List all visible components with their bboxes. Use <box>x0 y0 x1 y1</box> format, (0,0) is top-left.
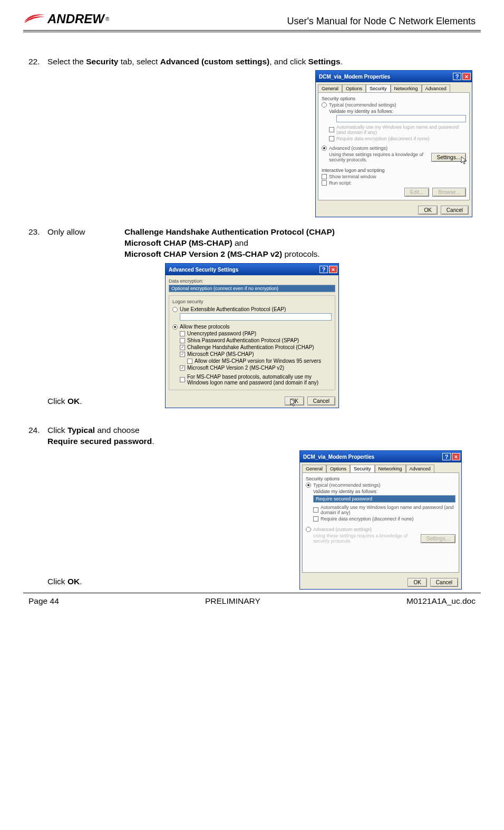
help-icon[interactable]: ? <box>442 453 451 460</box>
trademark-icon: ® <box>105 16 109 22</box>
step-24: 24. Click Typical and choose Require sec… <box>28 425 476 447</box>
page-footer: Page 44 PRELIMINARY M0121A1A_uc.doc <box>23 593 481 606</box>
only-allow-label: Only allow <box>47 227 124 260</box>
checkbox-icon[interactable] <box>322 180 327 186</box>
eap-dropdown[interactable] <box>180 313 332 321</box>
properties-dialog-typical-screenshot: DCM_via_Modem Properties ? × General Opt… <box>299 450 462 590</box>
cursor-icon <box>461 156 468 167</box>
tab-advanced[interactable]: Advanced <box>422 84 450 92</box>
checkbox-icon[interactable]: ✓ <box>180 365 185 371</box>
click-ok-text: Click OK. <box>47 397 82 406</box>
radio-icon[interactable] <box>306 527 311 532</box>
radio-icon[interactable] <box>322 102 327 108</box>
divider <box>23 30 481 31</box>
properties-dialog-screenshot: DCM_via_Modem Properties ? × General Opt… <box>315 70 472 217</box>
tab-security[interactable]: Security <box>366 84 391 92</box>
click-ok-text: Click OK. <box>47 577 82 586</box>
tab-options[interactable]: Options <box>342 84 366 92</box>
checkbox-icon[interactable] <box>313 516 318 522</box>
checkbox-icon[interactable] <box>322 174 327 179</box>
checkbox-icon[interactable] <box>329 136 334 141</box>
ok-button[interactable]: OK <box>418 206 437 215</box>
validate-label: Validate my identity as follows: <box>329 109 466 114</box>
checkbox-icon[interactable] <box>180 377 185 382</box>
dialog-titlebar: DCM_via_Modem Properties ? × <box>316 71 472 82</box>
interactive-logon-label: Interactive logon and scripting <box>322 168 466 173</box>
checkbox-icon[interactable] <box>329 127 334 132</box>
step-23: 23. Only allow Challenge Handshake Authe… <box>28 227 476 260</box>
close-icon[interactable]: × <box>452 453 460 460</box>
help-icon[interactable]: ? <box>319 266 328 273</box>
typical-radio-row[interactable]: Typical (recommended settings) <box>322 102 466 108</box>
cancel-button[interactable]: Cancel <box>307 397 335 406</box>
radio-icon[interactable] <box>322 146 327 151</box>
validate-dropdown[interactable]: Require secured password <box>313 495 455 503</box>
step-number: 23. <box>28 227 47 260</box>
allow-protocols-radio-row[interactable]: Allow these protocols <box>172 324 332 330</box>
checkbox-icon[interactable] <box>187 359 192 364</box>
radio-icon[interactable] <box>172 307 178 312</box>
close-icon[interactable]: × <box>329 266 337 273</box>
ok-button[interactable]: OK <box>408 578 427 587</box>
swoosh-icon <box>23 12 46 26</box>
radio-icon[interactable] <box>306 482 311 488</box>
footer-page: Page 44 <box>28 596 59 606</box>
checkbox-icon[interactable]: ✓ <box>180 352 185 357</box>
dialog-tabs: General Options Security Networking Adva… <box>316 82 472 92</box>
step-22: 22. Select the Security tab, select Adva… <box>28 56 476 67</box>
tab-networking[interactable]: Networking <box>375 465 406 472</box>
data-encryption-label: Data encryption: <box>169 278 335 284</box>
dialog-title: DCM_via_Modem Properties <box>303 454 374 460</box>
divider <box>23 32 481 32</box>
close-icon[interactable]: × <box>462 73 471 80</box>
checkbox-icon[interactable] <box>180 331 185 336</box>
tab-general[interactable]: General <box>318 84 342 92</box>
advanced-radio-row[interactable]: Advanced (custom settings) <box>306 527 455 532</box>
cursor-icon <box>290 398 297 409</box>
tab-options[interactable]: Options <box>326 465 350 472</box>
radio-icon[interactable] <box>172 324 178 330</box>
edit-button[interactable]: Edit... <box>404 188 430 197</box>
advanced-radio-row[interactable]: Advanced (custom settings) <box>322 146 466 151</box>
footer-center: PRELIMINARY <box>205 596 260 606</box>
dialog-title: DCM_via_Modem Properties <box>319 74 390 80</box>
cancel-button[interactable]: Cancel <box>430 578 458 587</box>
tab-security[interactable]: Security <box>350 465 375 472</box>
checkbox-icon[interactable]: ✓ <box>180 345 185 350</box>
tab-networking[interactable]: Networking <box>391 84 422 92</box>
eap-radio-row[interactable]: Use Extensible Authentication Protocol (… <box>172 306 332 312</box>
validate-dropdown[interactable] <box>336 115 466 122</box>
dialog-title: Advanced Security Settings <box>169 267 238 273</box>
brand-logo: ANDREW® <box>23 12 109 26</box>
validate-label: Validate my identity as follows: <box>313 489 455 494</box>
cancel-button[interactable]: Cancel <box>441 206 469 215</box>
help-icon[interactable]: ? <box>453 73 461 80</box>
advanced-note: Using these settings requires a knowledg… <box>329 152 428 162</box>
tab-general[interactable]: General <box>302 465 326 472</box>
dialog-titlebar: DCM_via_Modem Properties ? × <box>300 451 461 462</box>
step-body: Select the Security tab, select Advanced… <box>47 56 476 67</box>
security-options-label: Security options <box>322 96 466 101</box>
typical-radio-row[interactable]: Typical (recommended settings) <box>306 482 455 488</box>
advanced-security-dialog-screenshot: Advanced Security Settings ? × Data encr… <box>165 263 339 408</box>
checkbox-icon[interactable] <box>180 338 185 343</box>
security-options-label: Security options <box>306 476 455 481</box>
step-number: 22. <box>28 56 47 67</box>
page-header-title: User's Manual for Node C Network Element… <box>287 12 481 27</box>
browse-button[interactable]: Browse... <box>432 188 466 197</box>
logon-security-label: Logon security <box>172 299 332 304</box>
settings-button[interactable]: Settings... <box>421 534 455 543</box>
tab-advanced[interactable]: Advanced <box>406 465 434 472</box>
logo-text: ANDREW <box>47 12 104 26</box>
step-number: 24. <box>28 425 47 447</box>
footer-doc: M0121A1A_uc.doc <box>406 596 476 606</box>
encryption-dropdown[interactable]: Optional encryption (connect even if no … <box>169 285 335 292</box>
dialog-titlebar: Advanced Security Settings ? × <box>166 264 338 275</box>
checkbox-icon[interactable] <box>313 507 318 513</box>
